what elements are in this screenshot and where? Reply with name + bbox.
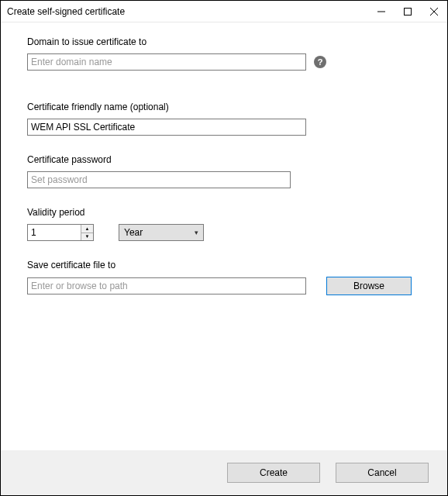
spinner-down-icon[interactable]: ▼ <box>81 233 93 241</box>
create-button[interactable]: Create <box>227 463 320 483</box>
password-input[interactable] <box>27 171 291 188</box>
dialog-footer: Create Cancel <box>1 450 447 495</box>
domain-input[interactable] <box>27 53 306 71</box>
password-label: Certificate password <box>27 154 421 165</box>
title-bar: Create self-signed certificate <box>1 1 447 22</box>
browse-button[interactable]: Browse <box>326 277 412 295</box>
minimize-icon <box>377 8 385 16</box>
minimize-button[interactable] <box>368 1 395 22</box>
save-path-label: Save certificate file to <box>27 260 421 270</box>
domain-label: Domain to issue certificate to <box>27 36 421 47</box>
validity-unit-select[interactable]: Year ▾ <box>119 224 204 241</box>
window-title: Create self-signed certificate <box>7 6 368 17</box>
friendly-name-input[interactable] <box>27 119 306 136</box>
spinner-up-icon[interactable]: ▲ <box>81 225 93 233</box>
validity-number-stepper[interactable]: ▲ ▼ <box>27 224 94 241</box>
save-path-input[interactable] <box>27 277 306 294</box>
help-icon[interactable]: ? <box>314 56 326 68</box>
maximize-button[interactable] <box>395 1 421 22</box>
chevron-down-icon: ▾ <box>195 229 198 236</box>
cancel-button[interactable]: Cancel <box>336 463 429 483</box>
validity-unit-value: Year <box>124 227 143 238</box>
validity-label: Validity period <box>27 207 421 218</box>
close-button[interactable] <box>421 1 447 22</box>
maximize-icon <box>404 8 412 16</box>
close-icon <box>430 8 438 16</box>
dialog-body: Domain to issue certificate to ? Certifi… <box>1 22 447 450</box>
friendly-name-label: Certificate friendly name (optional) <box>27 102 421 112</box>
svg-rect-1 <box>405 8 412 15</box>
